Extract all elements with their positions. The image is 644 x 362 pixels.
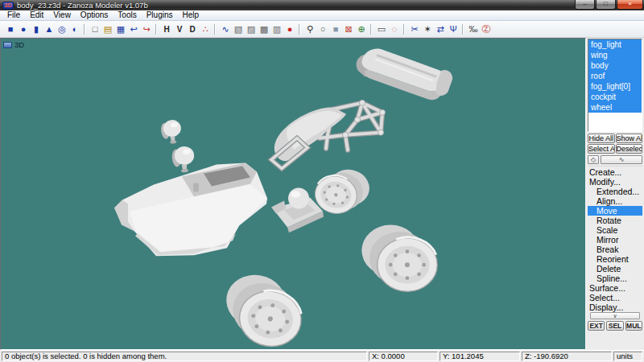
polyline-icon[interactable]: ∿: [219, 23, 232, 36]
menu-item[interactable]: File: [2, 10, 25, 20]
object-list-item[interactable]: roof: [588, 71, 642, 81]
show-all-button[interactable]: Show All: [616, 134, 643, 143]
command-item[interactable]: Surface...: [588, 283, 642, 293]
menu-item[interactable]: Plugins: [142, 10, 178, 20]
command-item[interactable]: Select...: [588, 293, 642, 302]
menu-bar: FileEditViewOptionsToolsPluginsHelp: [0, 10, 644, 21]
group-icon[interactable]: ‰: [467, 23, 480, 36]
command-item[interactable]: Reorient: [588, 254, 642, 264]
menu-item[interactable]: Edit: [25, 10, 48, 20]
command-item[interactable]: Extended...: [588, 187, 642, 196]
object-list-item[interactable]: fog_light[0]: [588, 81, 642, 92]
window-title: body_23.z3d - Zanoza Modeler v1.07b: [17, 0, 148, 10]
primitive-sphere-icon[interactable]: ●: [17, 23, 30, 36]
expand-toggle-button[interactable]: ◇: [588, 155, 599, 164]
command-item[interactable]: Move: [588, 206, 642, 216]
model-fog-light[interactable]: [160, 119, 184, 146]
select-circle-icon[interactable]: ◌: [388, 23, 401, 36]
command-item[interactable]: Modify...: [588, 177, 642, 187]
save-file-icon[interactable]: ▦: [114, 23, 127, 36]
object-list-item[interactable]: cockpit: [588, 92, 642, 102]
command-item[interactable]: Spline...: [588, 274, 642, 283]
menu-item[interactable]: Help: [178, 10, 204, 20]
toggle-v-button[interactable]: V: [173, 23, 186, 36]
mode-button[interactable]: EXT: [588, 321, 605, 331]
object-list-item[interactable]: fog_light: [588, 39, 642, 50]
world-icon[interactable]: ⊕: [355, 23, 368, 36]
primitive-cone-icon[interactable]: ▲: [43, 23, 56, 36]
spline-wave-button[interactable]: ∿: [601, 155, 642, 164]
zmodeler-window: 3D body_23.z3d - Zanoza Modeler v1.07b –…: [0, 0, 644, 362]
scissors-icon[interactable]: ✂: [408, 23, 421, 36]
title-bar[interactable]: 3D body_23.z3d - Zanoza Modeler v1.07b –…: [0, 0, 644, 10]
maximize-button[interactable]: □: [596, 0, 616, 10]
shaded-cube-icon[interactable]: ▨: [245, 23, 258, 36]
panel-mini-row: ◇ ∿: [588, 155, 642, 164]
person-icon[interactable]: Ψ: [447, 23, 460, 36]
mode-buttons: EXTSELMUL: [588, 321, 642, 331]
object-list-item[interactable]: wing: [588, 50, 642, 60]
close-button[interactable]: ×: [617, 0, 643, 10]
view-mode-icon[interactable]: [3, 42, 12, 48]
object-list[interactable]: fog_lightwingbodyrooffog_light[0]cockpit…: [588, 39, 642, 132]
object-list-item[interactable]: wheel: [588, 102, 642, 113]
hide-all-button[interactable]: Hide All: [588, 134, 615, 143]
collapse-button[interactable]: ∨: [590, 312, 640, 319]
zanoza-icon[interactable]: Ⓩ: [480, 23, 493, 36]
model-roof[interactable]: [271, 100, 386, 168]
import-icon[interactable]: ↩: [127, 23, 140, 36]
toolbar: ■●▮▲◎◐□▤▦↩↪HVD∴∿▧▨▩▥●⚲○■⊠⊕▭◌✂✶⇄Ψ‰Ⓩ: [0, 21, 644, 38]
flat-cube-icon[interactable]: ▥: [270, 23, 283, 36]
open-file-icon[interactable]: ▤: [101, 23, 114, 36]
minimize-button[interactable]: –: [575, 0, 595, 10]
primitive-cylinder-icon[interactable]: ▮: [30, 23, 43, 36]
new-file-icon[interactable]: □: [89, 23, 101, 36]
menu-item[interactable]: Tools: [113, 10, 141, 20]
command-item[interactable]: Scale: [588, 225, 642, 235]
side-panel: fog_lightwingbodyrooffog_light[0]cockpit…: [586, 38, 644, 350]
command-item[interactable]: Align...: [588, 196, 642, 206]
textured-cube-icon[interactable]: ▩: [258, 23, 270, 36]
deselect-button[interactable]: Deselect: [616, 144, 643, 154]
command-item[interactable]: Display...: [588, 302, 642, 312]
primitive-torus-icon[interactable]: ◎: [56, 23, 68, 36]
command-item[interactable]: Delete: [588, 264, 642, 274]
material-sphere-icon[interactable]: ●: [283, 23, 296, 36]
window-controls: – □ ×: [575, 0, 643, 10]
viewport-label: 3D: [14, 40, 24, 49]
primitive-geosphere-icon[interactable]: ◐: [68, 23, 81, 36]
star-icon[interactable]: ✶: [421, 23, 434, 36]
ring-icon[interactable]: ○: [316, 23, 329, 36]
model-body[interactable]: [114, 163, 267, 257]
model-wheel-bottom[interactable]: [220, 270, 308, 349]
zoom-icon[interactable]: ⚲: [303, 23, 316, 36]
status-y: Y: 101.2045: [440, 352, 520, 361]
status-bar: 0 object(s) is selected. 0 is hidden amo…: [0, 350, 644, 362]
mode-button[interactable]: MUL: [625, 321, 642, 331]
object-list-item[interactable]: body: [588, 60, 642, 71]
command-item[interactable]: Break: [588, 245, 642, 254]
model-wheel-right[interactable]: [361, 225, 437, 292]
command-item[interactable]: Mirror: [588, 235, 642, 245]
menu-item[interactable]: Options: [76, 10, 113, 20]
command-item[interactable]: Rotate: [588, 216, 642, 225]
viewport-3d[interactable]: 3D: [0, 38, 586, 350]
mode-button[interactable]: SEL: [606, 321, 623, 331]
mirror-tool-icon[interactable]: ⇄: [434, 23, 447, 36]
menu-item[interactable]: View: [48, 10, 76, 20]
export-icon[interactable]: ↪: [140, 23, 153, 36]
delete-object-icon[interactable]: ⊠: [342, 23, 355, 36]
cube-icon[interactable]: ■: [329, 23, 342, 36]
toggle-h-button[interactable]: H: [160, 23, 173, 36]
panel-bottom: ∨ EXTSELMUL: [588, 312, 642, 350]
toggle-d-button[interactable]: D: [186, 23, 199, 36]
vertices-icon[interactable]: ∴: [199, 23, 212, 36]
wire-cube-icon[interactable]: ▧: [232, 23, 245, 36]
select-rect-icon[interactable]: ▭: [375, 23, 388, 36]
status-message: 0 object(s) is selected. 0 is hidden amo…: [2, 352, 367, 361]
command-item[interactable]: Create...: [588, 167, 642, 177]
model-fog-light-0[interactable]: [171, 146, 196, 174]
primitive-box-icon[interactable]: ■: [4, 23, 17, 36]
model-wing[interactable]: [357, 49, 452, 101]
select-all-button[interactable]: Select All: [588, 144, 615, 154]
